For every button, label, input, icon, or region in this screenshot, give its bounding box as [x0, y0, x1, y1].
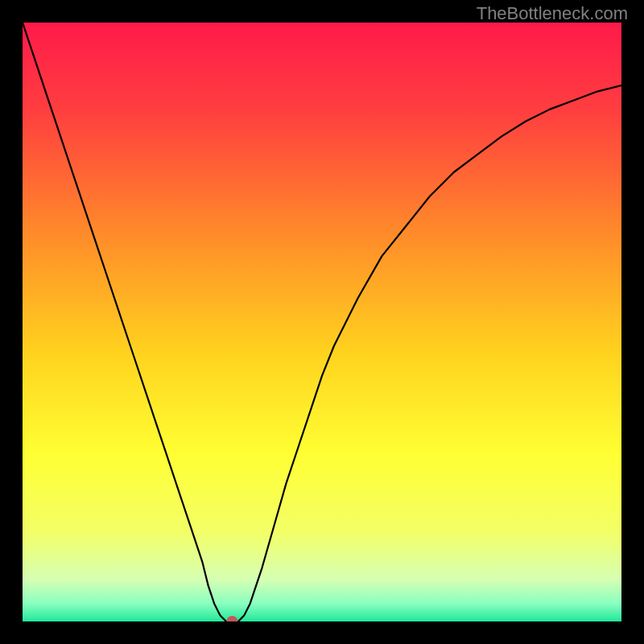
plot-svg	[23, 23, 621, 621]
gradient-background	[23, 23, 621, 621]
chart-container: TheBottleneck.com	[0, 0, 644, 644]
plot-area	[23, 23, 621, 621]
watermark-text: TheBottleneck.com	[477, 3, 628, 24]
